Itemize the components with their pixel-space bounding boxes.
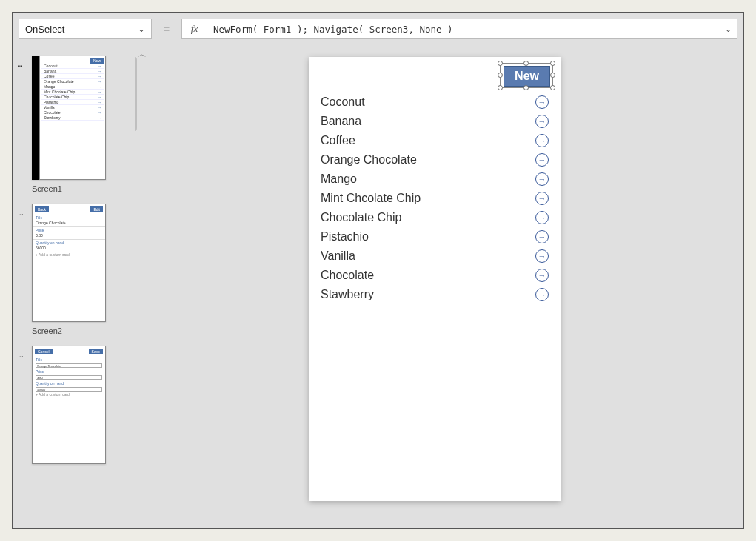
scroll-up-icon[interactable]: ︿ [135, 48, 150, 61]
item-label: Chocolate Chip [321, 211, 401, 224]
list-item[interactable]: Mango→ [318, 169, 552, 189]
screen1-caption: Screen1 [32, 184, 135, 193]
more-icon[interactable]: ... [18, 207, 23, 218]
resize-handle[interactable] [550, 61, 555, 66]
item-label: Chocolate [321, 269, 374, 282]
formula-input[interactable]: NewForm( Form1 ); Navigate( Screen3, Non… [207, 24, 719, 35]
more-icon[interactable]: ... [17, 58, 22, 69]
item-label: Banana [321, 115, 361, 128]
arrow-right-icon[interactable]: → [535, 211, 549, 224]
chevron-down-icon: ⌄ [138, 24, 145, 34]
screen-thumbnail-3[interactable]: ... Cancel Save Title Orange Chocolate P… [32, 346, 106, 464]
property-select[interactable]: OnSelect ⌄ [19, 19, 152, 39]
resize-handle[interactable] [550, 73, 555, 78]
item-label: Mango [321, 172, 357, 186]
arrow-right-icon[interactable]: → [535, 134, 549, 147]
screen-thumbnail-2[interactable]: ... Back Edit Title Orange Chocolate Pri… [32, 204, 106, 322]
thumb3-cancel-button: Cancel [35, 349, 53, 354]
resize-handle[interactable] [550, 85, 555, 90]
list-item[interactable]: Chocolate Chip→ [318, 208, 552, 227]
list-item[interactable]: Coconut→ [318, 93, 552, 112]
item-label: Vanilla [321, 249, 355, 263]
list-item[interactable]: Vanilla→ [318, 246, 552, 266]
more-icon[interactable]: ... [18, 349, 23, 360]
list-item[interactable]: Pistachio→ [318, 227, 552, 246]
formula-bar: OnSelect ⌄ = fx NewForm( Form1 ); Naviga… [19, 19, 737, 39]
new-button[interactable]: New [504, 66, 550, 87]
arrow-right-icon[interactable]: → [535, 288, 549, 301]
list-item[interactable]: Orange Chocolate→ [318, 150, 552, 169]
arrow-right-icon[interactable]: → [535, 192, 549, 205]
arrow-right-icon[interactable]: → [535, 153, 549, 167]
formula-dropdown-icon[interactable]: ⌄ [719, 24, 737, 34]
screen2-caption: Screen2 [32, 326, 135, 335]
formula-box: fx NewForm( Form1 ); Navigate( Screen3, … [181, 19, 737, 39]
item-label: Pistachio [321, 230, 369, 243]
list-item[interactable]: Banana→ [318, 112, 552, 131]
item-label: Mint Chcolate Chip [321, 192, 421, 205]
resize-handle[interactable] [498, 85, 503, 90]
item-label: Orange Chocolate [321, 153, 417, 167]
resize-handle[interactable] [498, 73, 503, 78]
arrow-right-icon[interactable]: → [535, 249, 549, 263]
thumb1-new-button: New [90, 58, 104, 64]
item-label: Coconut [321, 95, 365, 109]
resize-handle[interactable] [523, 61, 529, 66]
arrow-right-icon[interactable]: → [535, 95, 549, 109]
equals-button[interactable]: = [156, 19, 177, 39]
screen-thumbnail-1[interactable]: ... New Coconut→ Banana→ Coffee→ Orange … [32, 56, 106, 180]
screens-panel: ... New Coconut→ Banana→ Coffee→ Orange … [13, 48, 135, 528]
arrow-right-icon[interactable]: → [535, 269, 549, 282]
thumb2-back-button: Back [35, 206, 49, 212]
thumb3-save-button: Save [89, 349, 103, 354]
list-item[interactable]: Coffee→ [318, 131, 552, 150]
arrow-right-icon[interactable]: → [535, 115, 549, 128]
design-canvas[interactable]: New Coconut→ Banana→ Coffee→ Orange Choc… [309, 57, 561, 501]
item-label: Coffee [321, 134, 355, 147]
item-label: Stawberry [321, 288, 374, 301]
list-item[interactable]: Chocolate→ [318, 266, 552, 285]
arrow-right-icon[interactable]: → [535, 230, 549, 243]
list-item[interactable]: Stawberry→ [318, 285, 552, 304]
resize-handle[interactable] [498, 61, 503, 66]
app-frame: OnSelect ⌄ = fx NewForm( Form1 ); Naviga… [12, 12, 744, 529]
fx-icon[interactable]: fx [182, 19, 207, 38]
thumb2-edit-button: Edit [90, 206, 103, 212]
gallery-list: Coconut→ Banana→ Coffee→ Orange Chocolat… [309, 90, 561, 307]
list-item[interactable]: Mint Chcolate Chip→ [318, 189, 552, 208]
arrow-right-icon[interactable]: → [535, 172, 549, 186]
property-select-value: OnSelect [25, 24, 64, 35]
